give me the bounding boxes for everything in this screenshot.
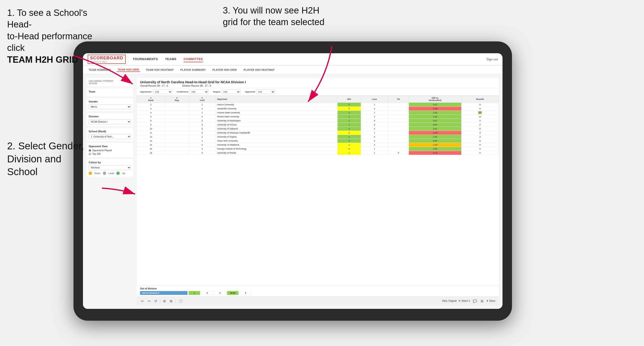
table-header-row: #Rank #Reg #Conf Opponent Win Loss Tie D… [137,96,499,103]
cell-tie [388,127,409,131]
out-div-diff: 26.00 [227,291,239,295]
share-button[interactable]: ⬆ Share [486,300,496,302]
cell-conf: 3 [189,123,216,127]
watch-button[interactable]: 👁 Watch ▾ [458,300,470,302]
cell-tie [388,115,409,119]
radio-dot-top100 [89,153,91,155]
sign-out-button[interactable]: Sign out [486,57,498,61]
out-of-division-label: Out of division [140,287,496,290]
cell-opponent: University of Florida [216,151,337,155]
cell-diff: 1.83 [409,115,461,119]
ann2-text: 2. Select Gender,Division andSchool [7,140,84,177]
paste-button[interactable]: ⊞ [169,299,174,303]
copy-button[interactable]: ⊕ [162,299,167,303]
annotation-2: 2. Select Gender,Division andSchool [7,140,84,178]
subnav-player-h2h-heatmap[interactable]: PLAYER H2H HEATMAP [243,68,276,72]
refresh-button[interactable]: ↺ [153,299,158,303]
grid-title: University of North Carolina Head-to-Hea… [140,80,496,84]
cell-opponent: University of Oklahoma [216,143,337,147]
opponent-filter-label: Opponent [245,91,255,93]
out-of-division-row: NCAA Division II 1 0 0 26.00 3 [140,291,496,295]
opponents-filter-select[interactable]: (All) [153,90,172,94]
division-label: Division [89,115,131,118]
view-label: View: Original [442,300,457,302]
nav-tournaments[interactable]: TOURNAMENTS [133,56,158,62]
cell-reg [165,151,189,155]
cell-conf: 1 [189,139,216,143]
legend-up-label: Up [122,172,125,175]
cell-win: 0 [338,147,361,151]
radio-top100[interactable]: Top 100 [89,153,131,155]
cell-rounds: 8 [462,127,499,131]
out-div-win: 1 [188,291,200,295]
undo-button[interactable]: ↩ [140,299,145,303]
subnav-team-h2h-heatmap[interactable]: TEAM H2H HEATMAP [145,68,175,72]
cell-loss: 1 [361,131,388,135]
gender-select[interactable]: Men's [89,104,131,109]
conference-filter-select[interactable]: (All) [190,90,208,94]
team-label: Team [89,90,131,93]
clock-button[interactable]: 🕐 [178,299,184,303]
cell-loss: 2 [361,115,388,119]
subnav-player-h2h-grid[interactable]: PLAYER H2H GRID [212,68,238,72]
col-conf: #Conf [189,96,216,103]
cell-reg [165,131,189,135]
nav-committee[interactable]: COMMITTEE [184,56,203,62]
subnav-team-h2h-grid[interactable]: TEAM H2H GRID [116,68,140,72]
cell-conf: 3 [189,151,216,155]
cell-reg [165,111,189,115]
cell-opponent: Texas Tech University [216,139,337,143]
cell-opponent: Vanderbilt University [216,107,337,111]
cell-rank: 6 [137,115,165,119]
subnav-team-summary[interactable]: TEAM SUMMARY [88,68,112,72]
opponent-filter-select[interactable]: (All) [256,90,275,94]
colour-section: Colour by Win/loss Down Level Up [87,159,133,177]
grid-button[interactable]: ⊞ [480,299,484,303]
toolbar-divider-2 [176,299,176,303]
out-div-team: NCAA Division II [140,291,188,295]
share-label: Share [489,300,496,302]
col-win: Win [338,96,361,103]
cell-conf: 2 [189,135,216,139]
cell-reg [165,103,189,107]
watch-chevron-icon: ▾ [469,300,470,302]
cell-loss: 1 [361,147,388,151]
subnav-player-summary[interactable]: PLAYER SUMMARY [180,68,207,72]
cell-conf: 5 [189,127,216,131]
region-filter-select[interactable]: (All) [222,90,240,94]
cell-rounds: 2 [462,123,499,127]
cell-loss: 4 [361,107,388,111]
redo-button[interactable]: ↪ [147,299,152,303]
ann1-line2: to-Head performance click [7,31,92,53]
cell-rank: 16 [137,151,165,155]
opponents-filter-label: Opponents: [140,91,152,93]
cell-conf: 1 [189,111,216,115]
comment-button[interactable]: 💬 [472,299,478,303]
cell-win: 0 [338,131,361,135]
view-original-label: View: Original [442,300,457,302]
school-select[interactable]: 1. University of Nort... [89,134,131,139]
col-reg: #Reg [165,96,189,103]
cell-loss: 1 [361,103,388,107]
cell-rank: 3 [137,107,165,111]
cell-conf: 2 [189,107,216,111]
cell-loss: 0 [361,123,388,127]
table-body: 2 1 Auburn University 2 1 1.67 9 3 2 Van… [137,103,499,155]
region-filter-label: Region [213,91,220,93]
cell-diff: 9.00 [409,123,461,127]
cell-tie [388,135,409,139]
cell-rank: 10 [137,127,165,131]
filter-row: Opponents: (All) Conference (All) Region [137,88,499,96]
cell-conf: 1 [189,103,216,107]
division-select[interactable]: NCAA Division I [89,119,131,124]
cell-loss: 0 [361,119,388,123]
nav-teams[interactable]: TEAMS [165,56,176,62]
cell-tie [388,119,409,123]
cell-rounds: 9 [462,139,499,143]
cell-tie [388,103,409,107]
radio-opponents-played[interactable]: Opponents Played [89,149,131,152]
cell-win: 1 [338,151,361,155]
colour-select[interactable]: Win/loss [89,165,131,170]
data-table: #Rank #Reg #Conf Opponent Win Loss Tie D… [137,96,499,286]
cell-loss: 0 [361,127,388,131]
